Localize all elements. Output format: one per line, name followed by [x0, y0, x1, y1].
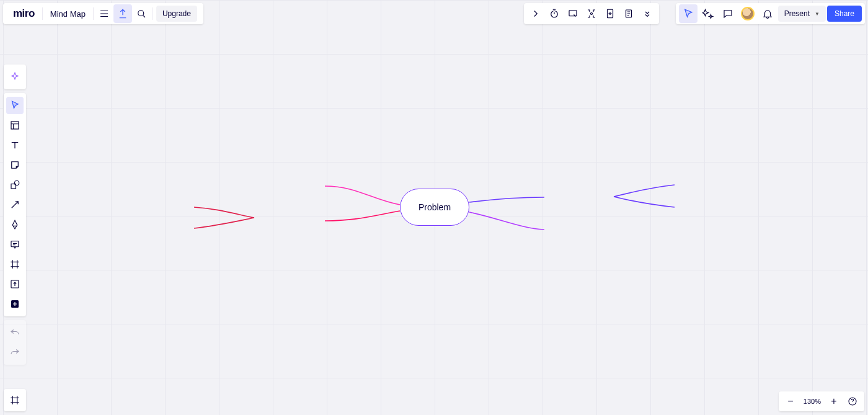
pen-icon	[9, 219, 20, 230]
chevron-down-icon: ▼	[815, 11, 820, 17]
export-button[interactable]	[113, 4, 132, 23]
share-button[interactable]: Share	[827, 6, 862, 22]
share-label: Share	[835, 9, 854, 18]
divider	[42, 7, 43, 20]
connection-tool[interactable]	[6, 196, 24, 213]
divider	[93, 7, 94, 20]
comment-icon	[722, 8, 733, 19]
topbar-right-tools	[524, 3, 659, 24]
shape-tool[interactable]	[6, 176, 24, 194]
bell-icon	[762, 8, 773, 19]
export-icon	[117, 8, 128, 19]
zoom-in-button[interactable]: +	[826, 393, 842, 409]
zoom-out-button[interactable]: −	[782, 393, 799, 409]
notifications-button[interactable]	[758, 4, 777, 23]
frame-nav-icon	[9, 395, 20, 406]
present-label: Present	[784, 9, 810, 18]
download-doc-icon	[604, 8, 616, 19]
frame-icon	[9, 259, 20, 270]
chevron-right-icon	[530, 8, 541, 19]
sticky-icon	[9, 159, 20, 171]
svg-point-8	[14, 181, 19, 185]
svg-rect-2	[569, 11, 577, 16]
more-tools-button[interactable]	[638, 4, 657, 23]
target-icon	[586, 8, 597, 19]
left-toolbar	[4, 65, 26, 365]
screen-icon	[567, 8, 578, 19]
board-title[interactable]: Mind Map	[44, 9, 92, 19]
shape-icon	[9, 179, 20, 190]
svg-point-0	[138, 11, 144, 16]
chevron-down-double-icon	[642, 8, 653, 19]
redo-icon	[9, 347, 20, 358]
comments-button[interactable]	[719, 4, 737, 23]
collapse-button[interactable]	[526, 4, 545, 23]
voting-button[interactable]	[582, 4, 601, 23]
screen-share-button[interactable]	[564, 4, 582, 23]
app-logo[interactable]: miro	[7, 7, 41, 20]
divider	[152, 7, 153, 20]
more-apps-tool[interactable]	[6, 295, 24, 313]
undo-icon	[9, 327, 20, 338]
upload-icon	[9, 279, 20, 290]
search-button[interactable]	[132, 4, 151, 23]
undo-button[interactable]	[6, 324, 24, 341]
mindmap-central-node[interactable]: Problem	[400, 189, 469, 226]
text-tool[interactable]	[6, 136, 24, 154]
templates-tool[interactable]	[6, 117, 24, 134]
cursor-tracking-button[interactable]	[679, 4, 698, 23]
redo-button[interactable]	[6, 344, 24, 361]
plus-square-icon	[9, 298, 20, 310]
notes-icon	[623, 8, 634, 19]
tools-panel	[4, 93, 26, 316]
help-button[interactable]	[844, 393, 861, 409]
ai-panel	[4, 65, 26, 89]
topbar-left: miro Mind Map Upgrade	[3, 3, 203, 24]
text-icon	[9, 140, 20, 151]
arrow-icon	[9, 199, 20, 210]
comment-tool-icon	[9, 239, 20, 250]
svg-rect-6	[11, 122, 19, 129]
talktrack-button[interactable]	[601, 4, 619, 23]
hamburger-icon	[99, 8, 110, 19]
reactions-button[interactable]	[699, 4, 717, 23]
select-tool[interactable]	[6, 97, 24, 114]
cursor-icon	[683, 8, 694, 19]
ai-sparkle-icon	[9, 71, 20, 83]
frame-tool[interactable]	[6, 256, 24, 273]
upgrade-label: Upgrade	[162, 9, 191, 18]
help-icon	[848, 396, 857, 406]
user-avatar[interactable]	[741, 7, 755, 20]
sticky-note-tool[interactable]	[6, 156, 24, 174]
pen-tool[interactable]	[6, 216, 24, 233]
main-menu-button[interactable]	[95, 4, 113, 23]
upgrade-button[interactable]: Upgrade	[156, 6, 197, 22]
timer-icon	[549, 8, 560, 19]
zoom-level[interactable]: 130%	[801, 398, 823, 405]
frame-navigator[interactable]	[4, 389, 26, 411]
ai-assist-tool[interactable]	[6, 68, 24, 86]
timer-button[interactable]	[545, 4, 564, 23]
template-icon	[9, 120, 20, 131]
zoom-controls: − 130% +	[779, 391, 864, 411]
svg-rect-9	[11, 241, 19, 247]
comment-tool[interactable]	[6, 236, 24, 253]
sparkle-icon	[702, 8, 714, 19]
topbar-right-collab: Present ▼ Share	[676, 3, 865, 24]
pointer-icon	[9, 100, 20, 111]
notes-button[interactable]	[619, 4, 638, 23]
svg-point-3	[591, 13, 593, 15]
upload-tool[interactable]	[6, 275, 24, 293]
search-icon	[136, 8, 147, 19]
mindmap-central-node-label: Problem	[418, 202, 451, 212]
undo-redo-panel	[4, 320, 26, 365]
present-button[interactable]: Present ▼	[778, 6, 826, 22]
